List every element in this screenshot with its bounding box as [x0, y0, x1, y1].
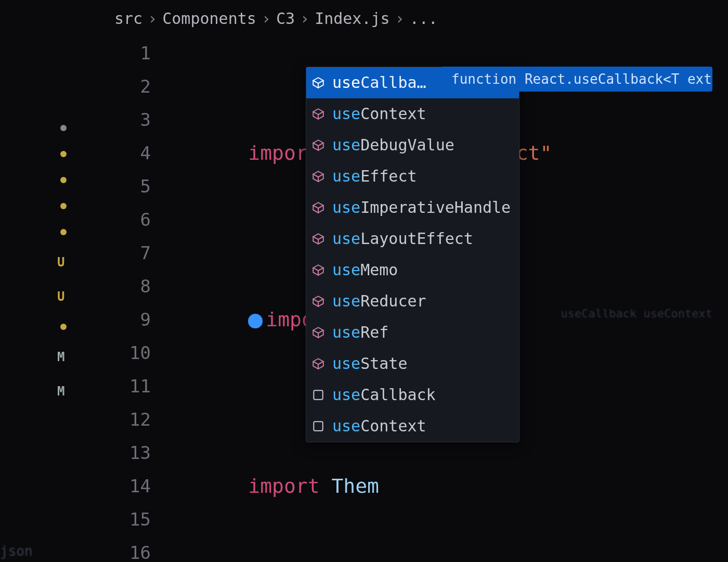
modified-dot-icon: [60, 177, 67, 183]
breadcrumb[interactable]: src›Components›C3›Index.js›...: [114, 9, 438, 28]
method-icon: [311, 326, 325, 339]
method-icon: [311, 357, 325, 371]
autocomplete-label: useEffect: [332, 165, 417, 188]
modified-dot-icon: [60, 203, 67, 209]
autocomplete-item[interactable]: useReducer: [306, 286, 519, 317]
autocomplete-item[interactable]: useEffect: [306, 161, 519, 192]
autocomplete-label: useLayoutEffect: [332, 227, 473, 250]
modified-dot-icon: [60, 151, 67, 157]
snippet-icon: [311, 388, 325, 402]
breadcrumb-item[interactable]: ...: [410, 9, 438, 28]
git-status-letter: U: [57, 255, 67, 270]
autocomplete-item[interactable]: useCallback: [306, 379, 519, 411]
svg-rect-1: [314, 422, 322, 430]
chevron-right-icon: ›: [395, 9, 405, 28]
autocomplete-item[interactable]: useContext: [306, 98, 519, 130]
breadcrumb-item[interactable]: src: [114, 9, 142, 28]
autocomplete-item[interactable]: useContext: [306, 411, 519, 442]
method-icon: [311, 138, 325, 152]
breadcrumb-item[interactable]: Index.js: [315, 9, 390, 28]
breadcrumb-item[interactable]: Components: [162, 9, 256, 28]
autocomplete-popup[interactable]: useCallba…useContextuseDebugValueuseEffe…: [306, 67, 519, 442]
autocomplete-item[interactable]: useImperativeHandle: [306, 192, 519, 223]
method-icon: [311, 295, 325, 308]
doc-text: function React.useCallback<T extends…: [451, 71, 712, 87]
method-icon: [311, 232, 325, 246]
autocomplete-label: useReducer: [332, 290, 426, 313]
chevron-right-icon: ›: [262, 9, 271, 28]
line-number-gutter: 1 2 3 4 5 6 7 8 9 10 11 12 13 14 15 16: [120, 36, 151, 562]
modified-dot-icon: [60, 229, 67, 235]
autocomplete-label: useContext: [332, 103, 426, 125]
snippet-icon: [311, 419, 325, 433]
autocomplete-item[interactable]: useState: [306, 348, 519, 379]
autocomplete-label: useDebugValue: [332, 134, 454, 157]
git-status-letter: U: [57, 289, 67, 304]
modified-dot-icon: [60, 125, 67, 131]
git-status-letter: M: [57, 384, 67, 399]
method-icon: [311, 107, 325, 121]
autocomplete-label: useMemo: [332, 259, 398, 282]
autocomplete-item[interactable]: useMemo: [306, 254, 519, 286]
autocomplete-item[interactable]: useLayoutEffect: [306, 223, 519, 254]
svg-rect-0: [314, 390, 322, 399]
autocomplete-label: useContext: [332, 415, 426, 438]
modified-dot-icon: [60, 324, 67, 330]
breadcrumb-item[interactable]: C3: [276, 9, 295, 28]
autocomplete-item[interactable]: useDebugValue: [306, 130, 519, 161]
chevron-right-icon: ›: [300, 9, 309, 28]
autocomplete-label: useImperativeHandle: [332, 196, 511, 219]
autocomplete-label: useRef: [332, 321, 388, 344]
explorer-markers: UUMM: [57, 125, 67, 399]
method-icon: [311, 263, 325, 277]
lightbulb-icon[interactable]: [248, 314, 263, 328]
minimap-ghost: useCallback useContext: [561, 302, 712, 326]
status-ghost: json: [0, 543, 33, 559]
method-icon: [311, 170, 325, 183]
chevron-right-icon: ›: [148, 9, 157, 28]
git-status-letter: M: [57, 350, 67, 364]
autocomplete-label: useState: [332, 352, 408, 375]
autocomplete-label: useCallba…: [332, 71, 426, 94]
method-icon: [311, 76, 325, 90]
code-line[interactable]: import Them: [177, 436, 552, 536]
code-editor[interactable]: 1 2 3 4 5 6 7 8 9 10 11 12 13 14 15 16 i…: [120, 36, 144, 136]
autocomplete-doc-panel: function React.useCallback<T extends…: [442, 67, 712, 92]
method-icon: [311, 201, 325, 214]
autocomplete-item[interactable]: useRef: [306, 317, 519, 348]
autocomplete-label: useCallback: [332, 384, 436, 406]
